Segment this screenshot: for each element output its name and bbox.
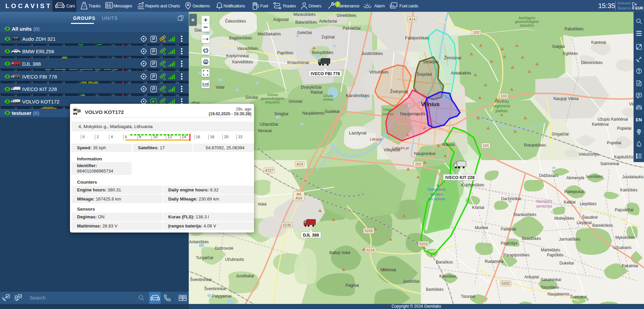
svg-text:Baraškos: Baraškos bbox=[436, 260, 453, 265]
svg-text:Valai: Valai bbox=[216, 85, 224, 90]
svg-text:Justiniškės: Justiniškės bbox=[361, 51, 383, 56]
svg-text:Šnipiškė: Šnipiškė bbox=[417, 72, 432, 77]
svg-text:Paliepiukai: Paliepiukai bbox=[564, 189, 584, 194]
svg-text:Miškiniai: Miškiniai bbox=[381, 268, 396, 272]
svg-text:Papiškės: Papiškės bbox=[547, 253, 564, 257]
svg-text:A19: A19 bbox=[296, 162, 303, 166]
svg-text:Griovių: Griovių bbox=[267, 93, 278, 97]
svg-text:Totorinė: Totorinė bbox=[461, 294, 475, 299]
svg-text:parkas: parkas bbox=[495, 109, 508, 113]
svg-text:Pakalniai: Pakalniai bbox=[622, 264, 638, 268]
svg-text:Ivoniškės: Ivoniškės bbox=[586, 174, 603, 179]
svg-text:Skaidiškės: Skaidiškės bbox=[522, 236, 541, 241]
svg-text:Akmenytė: Akmenytė bbox=[566, 176, 584, 180]
svg-text:Geležiai: Geležiai bbox=[297, 30, 312, 35]
svg-text:Satrininkai: Satrininkai bbox=[600, 161, 619, 166]
svg-text:Užlandžiai: Užlandžiai bbox=[259, 122, 278, 127]
svg-text:A14: A14 bbox=[409, 17, 416, 21]
svg-text:Smigliai: Smigliai bbox=[274, 112, 288, 116]
svg-text:Vilkpėdė: Vilkpėdė bbox=[384, 147, 400, 152]
svg-text:Pagiriai: Pagiriai bbox=[346, 283, 359, 288]
svg-text:Dukeliai: Dukeliai bbox=[560, 261, 574, 266]
svg-text:5203: 5203 bbox=[420, 242, 428, 246]
svg-text:Koplyčninkai: Koplyčninkai bbox=[226, 54, 249, 58]
svg-text:Mariniškės: Mariniškės bbox=[541, 248, 560, 252]
svg-text:Paliepiai: Paliepiai bbox=[501, 227, 516, 231]
svg-text:Antaniškės: Antaniškės bbox=[189, 240, 209, 244]
svg-text:Gudeliai: Gudeliai bbox=[325, 109, 339, 114]
svg-text:Girulių: Girulių bbox=[323, 94, 333, 98]
svg-text:seniūnija: seniūnija bbox=[536, 204, 552, 209]
svg-text:Dvarykščiai: Dvarykščiai bbox=[301, 85, 321, 90]
svg-text:Vingio: Vingio bbox=[383, 107, 393, 112]
svg-text:Palygainiai: Palygainiai bbox=[212, 294, 231, 299]
svg-text:Parapijoniškės: Parapijoniškės bbox=[503, 253, 530, 257]
svg-text:Kalviškės: Kalviškės bbox=[439, 274, 457, 279]
svg-text:5202: 5202 bbox=[502, 281, 510, 285]
svg-text:Gineitiškės: Gineitiškės bbox=[337, 13, 357, 18]
svg-text:Neravai: Neravai bbox=[258, 128, 272, 133]
svg-text:Antupiai: Antupiai bbox=[524, 275, 539, 279]
svg-text:Katiliai: Katiliai bbox=[564, 200, 575, 205]
svg-text:Zujūnai: Zujūnai bbox=[321, 35, 334, 39]
svg-text:Kairėnai: Kairėnai bbox=[591, 40, 606, 45]
svg-text:A4: A4 bbox=[296, 192, 301, 196]
svg-text:Dievoniškės: Dievoniškės bbox=[581, 60, 603, 65]
svg-text:103: 103 bbox=[501, 94, 507, 98]
svg-text:Medžiakalnis: Medžiakalnis bbox=[257, 32, 281, 36]
svg-text:parkas: parkas bbox=[382, 112, 394, 116]
svg-text:Vėliučionys: Vėliučionys bbox=[579, 152, 599, 157]
svg-text:Vilniaus: Vilniaus bbox=[430, 192, 443, 196]
svg-text:Juodalaukis: Juodalaukis bbox=[622, 175, 643, 179]
svg-text:Užudvaris: Užudvaris bbox=[613, 245, 631, 250]
svg-text:Augustai: Augustai bbox=[273, 17, 289, 22]
svg-text:Šventininkai: Šventininkai bbox=[190, 277, 212, 282]
svg-text:miškas: miškas bbox=[323, 98, 333, 101]
svg-text:Antakalnis: Antakalnis bbox=[451, 70, 471, 75]
svg-text:Lazdynai: Lazdynai bbox=[349, 130, 366, 135]
svg-text:Egliškės: Egliškės bbox=[563, 51, 578, 56]
svg-text:Kapitulščiz: Kapitulščiz bbox=[614, 155, 633, 159]
svg-text:Aukštagirio: Aukštagirio bbox=[518, 16, 535, 20]
svg-text:Naujakiemis: Naujakiemis bbox=[302, 111, 324, 116]
svg-text:geomorfologinis: geomorfologinis bbox=[261, 97, 285, 100]
svg-text:Pavilnių: Pavilnių bbox=[495, 99, 509, 104]
svg-text:Giruliai: Giruliai bbox=[245, 95, 258, 100]
svg-text:Murlinė: Murlinė bbox=[475, 225, 488, 230]
svg-text:draustinis: draustinis bbox=[520, 24, 534, 27]
svg-text:Totoriškės: Totoriškės bbox=[541, 285, 559, 290]
svg-text:Buivydiškės: Buivydiškės bbox=[312, 50, 333, 55]
svg-text:Bareikiškės: Bareikiškės bbox=[592, 223, 613, 228]
svg-text:Žvėrynas: Žvėrynas bbox=[390, 89, 408, 94]
svg-text:Sakalninkai: Sakalninkai bbox=[540, 277, 561, 282]
svg-text:Barkiškės: Barkiškės bbox=[426, 287, 443, 292]
svg-text:Galgiai: Galgiai bbox=[552, 44, 565, 49]
svg-text:Dobrovolė: Dobrovolė bbox=[215, 246, 234, 251]
svg-text:draustinis: draustinis bbox=[265, 100, 280, 104]
svg-text:A16: A16 bbox=[295, 196, 302, 200]
svg-text:Motiejiškės: Motiejiškės bbox=[554, 216, 574, 221]
svg-text:Karoliniškės: Karoliniškės bbox=[346, 93, 370, 98]
svg-text:IVECO FBI 778: IVECO FBI 778 bbox=[311, 71, 340, 76]
svg-text:Baltoji Vokė: Baltoji Vokė bbox=[329, 250, 351, 255]
svg-text:Raišiai: Raišiai bbox=[311, 90, 323, 95]
svg-text:Rokantiškės: Rokantiškės bbox=[524, 143, 546, 148]
svg-text:Naujamiestis: Naujamiestis bbox=[400, 111, 425, 116]
svg-text:Naujininkai: Naujininkai bbox=[414, 151, 435, 156]
svg-text:Kriaučiūnai: Kriaučiūnai bbox=[287, 60, 309, 65]
svg-text:Šventininkai: Šventininkai bbox=[204, 286, 226, 291]
svg-text:✈: ✈ bbox=[436, 183, 440, 188]
svg-text:Juodšiliai: Juodšiliai bbox=[403, 279, 419, 284]
svg-text:DJL 388: DJL 388 bbox=[303, 233, 319, 238]
svg-text:Mykoliškės: Mykoliškės bbox=[615, 235, 635, 240]
svg-text:Jarmališkės: Jarmališkės bbox=[559, 237, 580, 242]
svg-text:Vokė: Vokė bbox=[258, 202, 267, 207]
svg-text:Liepiškės: Liepiškės bbox=[580, 202, 597, 206]
svg-text:Šiaudinė: Šiaudinė bbox=[582, 215, 598, 220]
svg-text:Vaivadiškės: Vaivadiškės bbox=[237, 46, 258, 51]
svg-text:Žirmūnai: Žirmūnai bbox=[444, 55, 461, 60]
svg-text:Pagrūšys: Pagrūšys bbox=[501, 241, 517, 246]
svg-text:Čekoniškės: Čekoniškės bbox=[225, 19, 246, 24]
svg-text:5236: 5236 bbox=[283, 223, 291, 227]
svg-text:Antežeriai: Antežeriai bbox=[319, 19, 337, 24]
